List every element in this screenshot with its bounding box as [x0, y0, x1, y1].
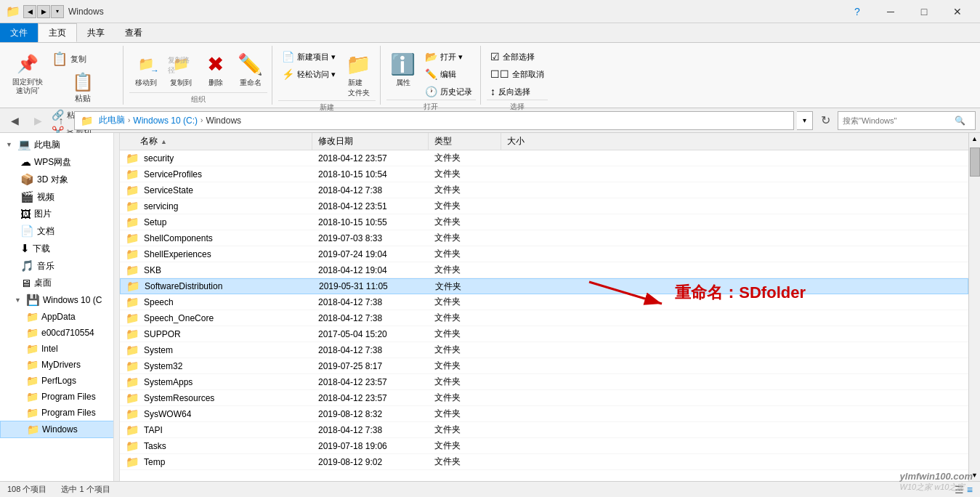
address-box[interactable]: 📁 此电脑 › Windows 10 (C:) › Windows: [74, 111, 794, 130]
this-pc-icon: 💻: [17, 138, 31, 151]
new-folder-btn[interactable]: 📁 新建文件夹: [342, 49, 376, 100]
sidebar-item-appdata[interactable]: 📁 AppData: [0, 309, 119, 325]
table-row[interactable]: 📁 Tasks 2019-07-18 19:06 文件夹: [120, 438, 968, 454]
nav-forward-btn[interactable]: ▶: [28, 111, 48, 130]
scroll-up-btn[interactable]: ▲: [969, 133, 981, 145]
maximize-btn[interactable]: □: [907, 0, 941, 23]
table-row[interactable]: 📁 Setup 2018-10-15 10:55 文件夹: [120, 214, 968, 230]
file-cell-type: 文件夹: [429, 344, 501, 356]
delete-btn[interactable]: ✖ 删除: [199, 49, 232, 90]
file-cell-type: 文件夹: [429, 248, 501, 260]
new-item-btn[interactable]: 📄新建项目 ▾: [278, 49, 339, 65]
sidebar-item-windows[interactable]: 📁 Windows: [0, 421, 119, 438]
pin-btn[interactable]: 📌 固定到'快速访问': [9, 49, 46, 97]
table-row[interactable]: 📁 ServiceProfiles 2018-10-15 10:54 文件夹: [120, 166, 968, 182]
search-input[interactable]: [843, 116, 952, 125]
table-row[interactable]: 📁 SysWOW64 2019-08-12 8:32 文件夹: [120, 406, 968, 422]
sidebar-item-music[interactable]: 🎵 音乐: [0, 257, 119, 275]
sidebar-item-3d[interactable]: 📦 3D 对象: [0, 171, 119, 188]
col-size-header[interactable]: 大小: [501, 133, 574, 150]
nav-back-btn[interactable]: ◀: [4, 111, 25, 130]
paste-btn[interactable]: 📋粘贴: [48, 70, 118, 106]
select-all-btn[interactable]: ☑全部选择: [487, 49, 548, 65]
sidebar-item-pictures[interactable]: 🖼 图片: [0, 206, 119, 222]
sidebar-item-mydrivers[interactable]: 📁 MyDrivers: [0, 357, 119, 373]
copy-btn[interactable]: 📋复制: [48, 49, 118, 69]
table-row[interactable]: 📁 ServiceState 2018-04-12 7:38 文件夹: [120, 182, 968, 198]
table-row[interactable]: 📁 Speech 2018-04-12 7:38 文件夹: [120, 294, 968, 310]
refresh-btn[interactable]: ↻: [816, 111, 835, 130]
video-icon: 🎬: [20, 190, 34, 203]
breadcrumb-win10[interactable]: Windows 10 (C:): [131, 115, 199, 126]
help-btn[interactable]: ?: [841, 0, 874, 23]
address-dropdown-btn[interactable]: ▾: [797, 111, 813, 130]
table-row[interactable]: 📁 SystemResources 2018-04-12 23:57 文件夹: [120, 390, 968, 406]
table-row[interactable]: 📁 SKB 2018-04-12 19:04 文件夹: [120, 262, 968, 278]
open-btn[interactable]: 📂打开 ▾: [421, 49, 476, 65]
table-row[interactable]: 📁 servicing 2018-04-12 23:51 文件夹: [120, 198, 968, 214]
file-cell-date: 2018-04-12 7:38: [312, 297, 429, 307]
sidebar-item-e00cd[interactable]: 📁 e00cd710554: [0, 325, 119, 341]
sidebar-item-this-pc[interactable]: ▼ 💻 此电脑: [0, 136, 119, 153]
nav-up-btn[interactable]: ↑: [51, 111, 71, 130]
quick-down-btn[interactable]: ▾: [51, 5, 64, 18]
tab-view[interactable]: 查看: [115, 23, 153, 42]
col-date-header[interactable]: 修改日期: [312, 133, 429, 150]
table-row[interactable]: 📁 SUPPOR 2017-05-04 15:20 文件夹: [120, 326, 968, 342]
tab-share[interactable]: 共享: [77, 23, 115, 42]
table-row[interactable]: 📁 TAPI 2018-04-12 7:38 文件夹: [120, 422, 968, 438]
table-row[interactable]: 📁 Temp 2019-08-12 9:02 文件夹: [120, 454, 968, 470]
tab-file[interactable]: 文件: [0, 23, 38, 42]
table-row[interactable]: 📁 SystemApps 2018-04-12 23:57 文件夹: [120, 374, 968, 390]
scroll-thumb[interactable]: [970, 148, 980, 177]
properties-btn[interactable]: ℹ️ 属性: [386, 49, 420, 90]
table-row[interactable]: 📁 security 2018-04-12 23:57 文件夹: [120, 150, 968, 166]
moveto-btn[interactable]: 📁 → 移动到: [129, 49, 163, 90]
rename-btn[interactable]: ✏️ 重命名: [234, 49, 267, 90]
scroll-down-btn[interactable]: ▼: [969, 469, 981, 481]
copyto-btn[interactable]: 📁 复制路径 复制到: [164, 49, 198, 90]
sidebar-scrollbar[interactable]: [113, 133, 119, 481]
detail-view-icon[interactable]: ≡: [967, 484, 973, 496]
file-cell-name: 📁 SUPPOR: [120, 328, 312, 341]
table-row[interactable]: 📁 ShellExperiences 2019-07-24 19:04 文件夹: [120, 246, 968, 262]
sidebar-item-docs[interactable]: 📄 文档: [0, 222, 119, 240]
breadcrumb-folder-icon: 📁: [81, 115, 93, 126]
search-box[interactable]: 🔍: [838, 111, 976, 130]
file-cell-date: 2017-05-04 15:20: [312, 329, 429, 339]
sidebar-item-programfiles[interactable]: 📁 Program Files: [0, 389, 119, 405]
table-row[interactable]: 📁 ShellComponents 2019-07-03 8:33 文件夹: [120, 230, 968, 246]
sidebar-item-downloads[interactable]: ⬇ 下载: [0, 240, 119, 257]
table-row[interactable]: 📁 System 2018-04-12 7:38 文件夹: [120, 342, 968, 358]
sidebar-item-intel[interactable]: 📁 Intel: [0, 341, 119, 357]
table-row[interactable]: 📁 SoftwareDistribution 2019-05-31 11:05 …: [120, 278, 968, 294]
col-type-header[interactable]: 类型: [429, 133, 501, 150]
breadcrumb-this-pc[interactable]: 此电脑: [97, 113, 126, 127]
table-row[interactable]: 📁 System32 2019-07-25 8:17 文件夹: [120, 358, 968, 374]
sidebar-item-win10c[interactable]: ▼ 💾 Windows 10 (C: [0, 291, 119, 309]
minimize-btn[interactable]: ─: [874, 0, 907, 23]
table-row[interactable]: 📁 Speech_OneCore 2018-04-12 7:38 文件夹: [120, 310, 968, 326]
quick-fwd-btn[interactable]: ▶: [37, 5, 50, 18]
list-view-icon[interactable]: ☰: [955, 484, 964, 496]
music-label: 音乐: [37, 260, 54, 272]
tab-home[interactable]: 主页: [38, 23, 77, 42]
file-cell-type: 文件夹: [429, 216, 501, 228]
programfilesx-icon: 📁: [26, 407, 39, 419]
easy-access-btn[interactable]: ⚡轻松访问 ▾: [278, 66, 339, 82]
sidebar-item-video[interactable]: 🎬 视频: [0, 188, 119, 206]
sidebar-item-programfilesx[interactable]: 📁 Program Files: [0, 405, 119, 421]
sidebar-item-wps[interactable]: ☁ WPS网盘: [0, 153, 119, 171]
edit-btn[interactable]: ✏️编辑: [421, 66, 476, 82]
file-cell-type: 文件夹: [429, 168, 501, 180]
sidebar-item-desktop[interactable]: 🖥 桌面: [0, 275, 119, 291]
close-btn[interactable]: ✕: [941, 0, 974, 23]
deselect-all-btn[interactable]: ☐☐全部取消: [487, 66, 548, 82]
breadcrumb-windows[interactable]: Windows: [204, 115, 243, 126]
history-btn[interactable]: 🕐历史记录: [421, 84, 476, 100]
right-scrollbar[interactable]: ▲ ▼: [968, 133, 980, 481]
quick-back-btn[interactable]: ◀: [23, 5, 36, 18]
col-name-header[interactable]: 名称 ▲: [120, 133, 312, 150]
invert-btn[interactable]: ↕反向选择: [487, 84, 548, 100]
sidebar-item-perflogs[interactable]: 📁 PerfLogs: [0, 373, 119, 389]
